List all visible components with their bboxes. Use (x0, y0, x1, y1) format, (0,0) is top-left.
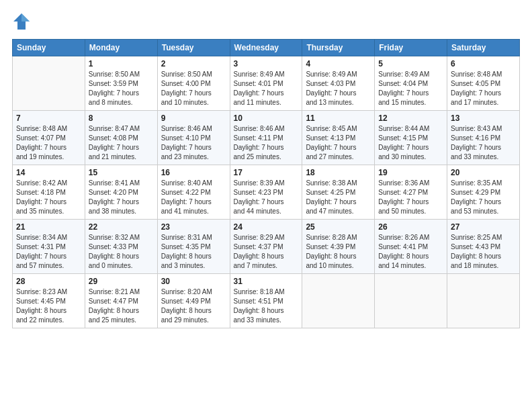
day-number: 10 (234, 113, 299, 123)
day-number: 13 (451, 113, 516, 123)
day-info: Sunrise: 8:31 AM Sunset: 4:35 PM Dayligh… (161, 233, 226, 271)
day-info: Sunrise: 8:34 AM Sunset: 4:31 PM Dayligh… (16, 233, 81, 271)
day-number: 2 (161, 59, 226, 68)
day-number: 27 (451, 222, 516, 232)
day-number: 24 (234, 222, 299, 232)
calendar-cell: 22Sunrise: 8:32 AM Sunset: 4:33 PM Dayli… (85, 220, 157, 274)
calendar-cell: 11Sunrise: 8:45 AM Sunset: 4:13 PM Dayli… (302, 111, 375, 165)
day-info: Sunrise: 8:18 AM Sunset: 4:51 PM Dayligh… (234, 287, 299, 325)
calendar-header: SundayMondayTuesdayWednesdayThursdayFrid… (13, 40, 520, 56)
header-day-thursday: Thursday (302, 40, 375, 56)
day-number: 14 (16, 168, 81, 177)
day-info: Sunrise: 8:47 AM Sunset: 4:08 PM Dayligh… (89, 124, 154, 162)
day-number: 23 (161, 222, 226, 232)
day-number: 26 (378, 222, 443, 232)
day-info: Sunrise: 8:46 AM Sunset: 4:11 PM Dayligh… (234, 124, 299, 162)
header-day-saturday: Saturday (447, 40, 520, 56)
day-info: Sunrise: 8:29 AM Sunset: 4:37 PM Dayligh… (234, 233, 299, 271)
day-info: Sunrise: 8:49 AM Sunset: 4:04 PM Dayligh… (378, 70, 443, 107)
day-number: 11 (306, 113, 371, 123)
day-info: Sunrise: 8:32 AM Sunset: 4:33 PM Dayligh… (89, 233, 154, 271)
day-info: Sunrise: 8:20 AM Sunset: 4:49 PM Dayligh… (161, 287, 226, 325)
week-row-1: 1Sunrise: 8:50 AM Sunset: 3:59 PM Daylig… (13, 56, 520, 111)
calendar-body: 1Sunrise: 8:50 AM Sunset: 3:59 PM Daylig… (13, 56, 520, 328)
calendar-cell: 7Sunrise: 8:48 AM Sunset: 4:07 PM Daylig… (13, 111, 85, 165)
calendar-cell: 8Sunrise: 8:47 AM Sunset: 4:08 PM Daylig… (85, 111, 157, 165)
day-info: Sunrise: 8:50 AM Sunset: 4:00 PM Dayligh… (161, 70, 226, 107)
day-number: 22 (89, 222, 154, 232)
day-info: Sunrise: 8:44 AM Sunset: 4:15 PM Dayligh… (378, 124, 443, 162)
day-number: 6 (451, 59, 516, 68)
calendar-cell: 12Sunrise: 8:44 AM Sunset: 4:15 PM Dayli… (375, 111, 447, 165)
day-number: 19 (378, 168, 443, 177)
calendar-cell: 13Sunrise: 8:43 AM Sunset: 4:16 PM Dayli… (447, 111, 520, 165)
day-number: 15 (89, 168, 154, 177)
calendar: SundayMondayTuesdayWednesdayThursdayFrid… (12, 39, 520, 328)
calendar-cell: 6Sunrise: 8:48 AM Sunset: 4:05 PM Daylig… (447, 56, 520, 111)
day-info: Sunrise: 8:35 AM Sunset: 4:29 PM Dayligh… (451, 179, 516, 216)
day-number: 4 (306, 59, 371, 68)
day-info: Sunrise: 8:39 AM Sunset: 4:23 PM Dayligh… (234, 179, 299, 216)
day-number: 1 (89, 59, 154, 68)
day-info: Sunrise: 8:45 AM Sunset: 4:13 PM Dayligh… (306, 124, 371, 162)
day-info: Sunrise: 8:36 AM Sunset: 4:27 PM Dayligh… (378, 179, 443, 216)
svg-marker-1 (21, 13, 30, 21)
calendar-cell: 29Sunrise: 8:21 AM Sunset: 4:47 PM Dayli… (85, 274, 157, 328)
day-info: Sunrise: 8:25 AM Sunset: 4:43 PM Dayligh… (451, 233, 516, 271)
calendar-cell: 30Sunrise: 8:20 AM Sunset: 4:49 PM Dayli… (157, 274, 230, 328)
calendar-cell: 9Sunrise: 8:46 AM Sunset: 4:10 PM Daylig… (157, 111, 230, 165)
day-number: 9 (161, 113, 226, 123)
day-info: Sunrise: 8:42 AM Sunset: 4:18 PM Dayligh… (16, 179, 81, 216)
header-day-sunday: Sunday (13, 40, 85, 56)
day-info: Sunrise: 8:40 AM Sunset: 4:22 PM Dayligh… (161, 179, 226, 216)
calendar-cell: 20Sunrise: 8:35 AM Sunset: 4:29 PM Dayli… (447, 165, 520, 220)
calendar-cell: 3Sunrise: 8:49 AM Sunset: 4:01 PM Daylig… (230, 56, 302, 111)
calendar-cell: 26Sunrise: 8:26 AM Sunset: 4:41 PM Dayli… (375, 220, 447, 274)
day-number: 17 (234, 168, 299, 177)
day-number: 16 (161, 168, 226, 177)
header-day-tuesday: Tuesday (157, 40, 230, 56)
header-day-friday: Friday (375, 40, 447, 56)
day-info: Sunrise: 8:23 AM Sunset: 4:45 PM Dayligh… (16, 287, 81, 325)
day-info: Sunrise: 8:50 AM Sunset: 3:59 PM Dayligh… (89, 70, 154, 107)
day-number: 21 (16, 222, 81, 232)
day-number: 12 (378, 113, 443, 123)
day-number: 5 (378, 59, 443, 68)
calendar-cell: 24Sunrise: 8:29 AM Sunset: 4:37 PM Dayli… (230, 220, 302, 274)
day-number: 8 (89, 113, 154, 123)
calendar-cell: 16Sunrise: 8:40 AM Sunset: 4:22 PM Dayli… (157, 165, 230, 220)
calendar-cell: 23Sunrise: 8:31 AM Sunset: 4:35 PM Dayli… (157, 220, 230, 274)
calendar-cell: 14Sunrise: 8:42 AM Sunset: 4:18 PM Dayli… (13, 165, 85, 220)
calendar-cell: 1Sunrise: 8:50 AM Sunset: 3:59 PM Daylig… (85, 56, 157, 111)
day-number: 28 (16, 277, 81, 286)
header-row: SundayMondayTuesdayWednesdayThursdayFrid… (13, 40, 520, 56)
calendar-cell: 15Sunrise: 8:41 AM Sunset: 4:20 PM Dayli… (85, 165, 157, 220)
calendar-cell: 17Sunrise: 8:39 AM Sunset: 4:23 PM Dayli… (230, 165, 302, 220)
day-number: 3 (234, 59, 299, 68)
day-number: 25 (306, 222, 371, 232)
calendar-cell: 18Sunrise: 8:38 AM Sunset: 4:25 PM Dayli… (302, 165, 375, 220)
day-number: 29 (89, 277, 154, 286)
day-number: 31 (234, 277, 299, 286)
day-info: Sunrise: 8:48 AM Sunset: 4:07 PM Dayligh… (16, 124, 81, 162)
day-info: Sunrise: 8:38 AM Sunset: 4:25 PM Dayligh… (306, 179, 371, 216)
calendar-cell (375, 274, 447, 328)
calendar-cell (302, 274, 375, 328)
day-info: Sunrise: 8:43 AM Sunset: 4:16 PM Dayligh… (451, 124, 516, 162)
calendar-cell: 10Sunrise: 8:46 AM Sunset: 4:11 PM Dayli… (230, 111, 302, 165)
day-info: Sunrise: 8:26 AM Sunset: 4:41 PM Dayligh… (378, 233, 443, 271)
day-info: Sunrise: 8:48 AM Sunset: 4:05 PM Dayligh… (451, 70, 516, 107)
header-day-wednesday: Wednesday (230, 40, 302, 56)
day-info: Sunrise: 8:41 AM Sunset: 4:20 PM Dayligh… (89, 179, 154, 216)
week-row-4: 21Sunrise: 8:34 AM Sunset: 4:31 PM Dayli… (13, 220, 520, 274)
page: SundayMondayTuesdayWednesdayThursdayFrid… (0, 0, 532, 411)
calendar-cell: 21Sunrise: 8:34 AM Sunset: 4:31 PM Dayli… (13, 220, 85, 274)
logo (12, 12, 34, 31)
calendar-cell: 4Sunrise: 8:49 AM Sunset: 4:03 PM Daylig… (302, 56, 375, 111)
day-info: Sunrise: 8:46 AM Sunset: 4:10 PM Dayligh… (161, 124, 226, 162)
day-number: 7 (16, 113, 81, 123)
calendar-cell (13, 56, 85, 111)
header (12, 12, 520, 31)
calendar-cell: 31Sunrise: 8:18 AM Sunset: 4:51 PM Dayli… (230, 274, 302, 328)
day-number: 20 (451, 168, 516, 177)
